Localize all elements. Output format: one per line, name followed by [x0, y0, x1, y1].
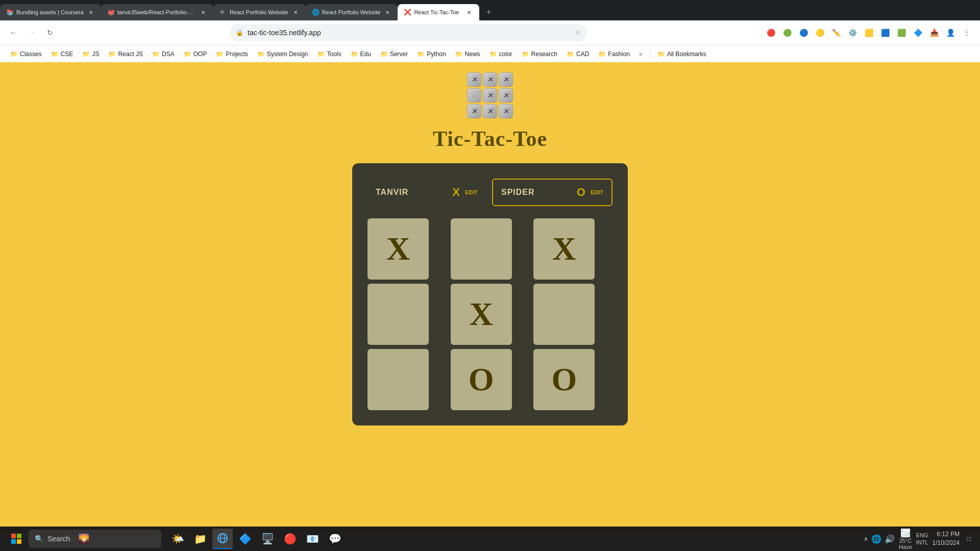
tab-4[interactable]: 🌐 React Portfolio Website ✕	[306, 4, 398, 20]
board-cell-2-2[interactable]: O	[533, 349, 595, 410]
cell-value: X	[386, 233, 410, 265]
tab-close-icon[interactable]: ✕	[87, 8, 95, 16]
bookmark-projects[interactable]: 📁 Projects	[212, 48, 252, 60]
bookmark-dsa[interactable]: 📁 DSA	[148, 48, 179, 60]
folder-icon: 📁	[82, 51, 90, 58]
weather-icon: 🌫️	[900, 528, 911, 538]
new-tab-button[interactable]: +	[481, 5, 496, 19]
board-cell-1-0[interactable]	[368, 284, 429, 345]
chevron-icon[interactable]: ∧	[864, 535, 868, 542]
refresh-button[interactable]: ↻	[43, 26, 57, 40]
taskbar-right: ∧ 🌐 🔊 🌫️ 25°C Haze ENG INTL 6:12 PM 1/10…	[864, 528, 974, 550]
folder-icon: 📁	[522, 51, 529, 58]
grammarly-icon[interactable]: 🔴	[764, 26, 778, 40]
tab-title: React Portfolio Website	[230, 9, 288, 15]
extension-icon-5[interactable]: 🟨	[862, 26, 876, 40]
board-cell-0-1[interactable]	[451, 218, 512, 280]
bookmark-cse[interactable]: 📁 CSE	[47, 48, 78, 60]
bookmark-label: Tools	[327, 51, 341, 58]
notification-center[interactable]: □	[964, 529, 974, 549]
volume-icon[interactable]: 🔊	[885, 534, 895, 544]
logo-cell-7: ✕	[483, 104, 497, 118]
bookmark-tools[interactable]: 📁 Tools	[313, 48, 346, 60]
taskbar-app-vscode[interactable]: 🔷	[235, 529, 255, 549]
bookmark-oop[interactable]: 📁 OOP	[180, 48, 211, 60]
bookmark-js[interactable]: 📁 JS	[78, 48, 103, 60]
forward-button[interactable]: →	[24, 26, 39, 40]
player1-edit-button[interactable]: EDIT	[465, 189, 478, 195]
extension-icon-3[interactable]: ✏️	[829, 26, 843, 40]
player2-edit-button[interactable]: EDIT	[591, 189, 603, 195]
bookmark-color[interactable]: 📁 color	[485, 48, 517, 60]
browser-chrome: 📚 Bundling assets | Coursera ✕ 🐙 tanvir3…	[0, 0, 980, 62]
folder-icon: 📁	[657, 51, 665, 58]
bookmark-cad[interactable]: 📁 CAD	[562, 48, 593, 60]
board-cell-2-1[interactable]: O	[451, 349, 512, 410]
tab-close-icon[interactable]: ✕	[291, 8, 300, 16]
cell-value: X	[552, 233, 576, 265]
bookmark-edu[interactable]: 📁 Edu	[347, 48, 375, 60]
bookmark-server[interactable]: 📁 Server	[376, 48, 412, 60]
tab-3[interactable]: ⚛ React Portfolio Website ✕	[213, 4, 306, 20]
tab-close-icon[interactable]: ✕	[199, 8, 207, 16]
extension-icon-2[interactable]: 🟡	[813, 26, 827, 40]
folder-icon: 📁	[567, 51, 574, 58]
board-cell-2-0[interactable]	[368, 349, 429, 410]
chrome-icon[interactable]: 🟢	[780, 26, 794, 40]
board-cell-0-2[interactable]: X	[533, 218, 595, 280]
start-button[interactable]	[6, 529, 27, 549]
taskbar-app-browser[interactable]	[212, 529, 233, 549]
extension-icon-9[interactable]: 📥	[927, 26, 941, 40]
menu-icon[interactable]: ⋮	[960, 26, 974, 40]
tab-5[interactable]: ❌ React Tic-Tac-Toe ✕	[398, 4, 479, 20]
bookmark-classes[interactable]: 📁 Classes	[6, 48, 46, 60]
extension-icon-1[interactable]: 🔵	[796, 26, 811, 40]
board-cell-1-2[interactable]	[533, 284, 595, 345]
bookmark-system-design[interactable]: 📁 System Design	[253, 48, 312, 60]
board-cell-0-0[interactable]: X	[368, 218, 429, 280]
bookmark-research[interactable]: 📁 Research	[518, 48, 561, 60]
taskbar-weather[interactable]: 🌫️ 25°C Haze	[899, 528, 912, 550]
extension-icon-7[interactable]: 🟩	[894, 26, 909, 40]
bookmark-python[interactable]: 📁 Python	[413, 48, 450, 60]
taskbar-app-terminal[interactable]: 🖥️	[257, 529, 278, 549]
profile-icon[interactable]: 👤	[943, 26, 958, 40]
tab-1[interactable]: 📚 Bundling assets | Coursera ✕	[0, 4, 101, 20]
bookmark-fashion[interactable]: 📁 Fashion	[594, 48, 634, 60]
tab-2[interactable]: 🐙 tanvir35web/React-Portfolio-W... ✕	[101, 4, 213, 20]
taskbar-app-outlook[interactable]: 📧	[302, 529, 323, 549]
extension-icon-4[interactable]: ⚙️	[845, 26, 860, 40]
extension-icon-8[interactable]: 🔷	[911, 26, 925, 40]
logo-cell-6: ✕	[467, 104, 481, 118]
taskbar: 🔍 Search 🌄 🌤️ 📁 🔷 🖥️ 🔴 📧 💬 ∧ 🌐 🔊 🌫️ 25°C	[0, 527, 980, 551]
taskbar-system-icons: ∧ 🌐 🔊	[864, 534, 895, 544]
tab-close-icon[interactable]: ✕	[383, 8, 391, 16]
clock-date: 1/10/2024	[933, 539, 960, 547]
extension-icon-6[interactable]: 🟦	[878, 26, 892, 40]
clock-time: 6:12 PM	[937, 530, 960, 539]
bookmark-all[interactable]: 📁 All Bookmarks	[653, 48, 710, 60]
tab-close-icon[interactable]: ✕	[465, 8, 473, 16]
bookmark-reactjs[interactable]: 📁 React JS	[104, 48, 147, 60]
bookmark-more[interactable]: »	[635, 48, 647, 60]
board-cell-1-1[interactable]: X	[451, 284, 512, 345]
bookmarks-bar: 📁 Classes 📁 CSE 📁 JS 📁 React JS 📁 DSA 📁 …	[0, 45, 980, 62]
bookmark-label: OOP	[193, 51, 207, 58]
taskbar-app-widgets[interactable]: 🌤️	[167, 529, 188, 549]
cell-value: X	[470, 298, 493, 331]
taskbar-app-chrome[interactable]: 🔴	[280, 529, 300, 549]
logo-cell-4: ✕	[483, 88, 497, 103]
bookmark-news[interactable]: 📁 News	[451, 48, 484, 60]
svg-rect-1	[17, 534, 21, 538]
taskbar-app-files[interactable]: 📁	[190, 529, 210, 549]
address-star-icon[interactable]: ☆	[575, 29, 581, 36]
player1-card: TANVIR X EDIT	[368, 180, 486, 205]
taskbar-search-bar[interactable]: 🔍 Search 🌄	[29, 530, 161, 548]
address-bar[interactable]: 🔒 tac-tic-toe35.netlify.app ☆	[230, 24, 587, 41]
network-icon[interactable]: 🌐	[871, 534, 881, 544]
back-button[interactable]: ←	[6, 26, 20, 40]
taskbar-app-whatsapp[interactable]: 💬	[325, 529, 345, 549]
cell-value: O	[551, 363, 577, 396]
search-assistant-icon: 🌄	[78, 533, 89, 544]
player1-symbol: X	[452, 186, 460, 199]
